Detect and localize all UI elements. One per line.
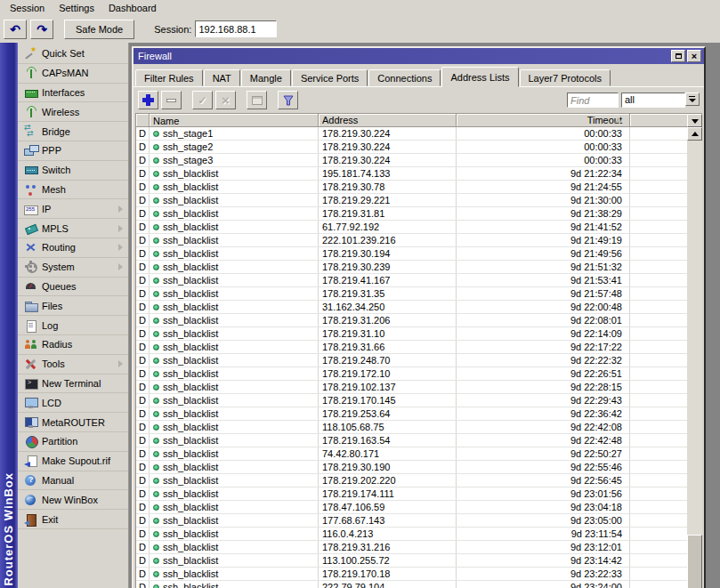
undo-button[interactable]: ↶ — [4, 20, 27, 39]
tab[interactable]: NAT — [204, 69, 240, 86]
table-row[interactable]: D ssh_blacklist 178.219.31.206 9d 22:08:… — [136, 314, 687, 327]
quickset-icon — [24, 47, 37, 60]
table-row[interactable]: D ssh_blacklist 178.219.31.66 9d 22:17:2… — [136, 341, 687, 354]
disable-button[interactable]: × — [215, 91, 236, 109]
table-row[interactable]: D ssh_blacklist 178.219.174.111 9d 23:01… — [136, 487, 687, 501]
redo-button[interactable]: ↷ — [30, 20, 53, 39]
tab[interactable]: Service Ports — [292, 69, 368, 86]
sidebar-item[interactable]: PPP — [18, 141, 128, 161]
table-row[interactable]: D ssh_blacklist 74.42.80.171 9d 22:50:27 — [136, 447, 687, 461]
remove-button[interactable] — [161, 91, 182, 109]
table-row[interactable]: D ssh_blacklist 178.219.30.194 9d 21:49:… — [136, 247, 687, 261]
table-row[interactable]: D ssh_blacklist 178.219.31.10 9d 22:14:0… — [136, 327, 687, 341]
sidebar-item[interactable]: Bridge — [18, 122, 128, 141]
table-row[interactable]: D ssh_blacklist 195.181.74.133 9d 21:22:… — [136, 167, 687, 181]
sidebar-item[interactable]: Wireless — [18, 102, 128, 122]
table-row[interactable]: D ssh_stage2 178.219.30.224 00:00:33 — [136, 141, 687, 154]
table-row[interactable]: D ssh_blacklist 222.79.79.104 9d 23:24:0… — [136, 581, 687, 588]
find-input[interactable] — [567, 93, 619, 108]
sidebar-item[interactable]: System — [18, 258, 128, 278]
sidebar-item[interactable]: Radius — [18, 335, 128, 355]
filter-button[interactable] — [278, 91, 298, 109]
table-row[interactable]: D ssh_blacklist 177.68.67.143 9d 23:05:0… — [136, 514, 687, 528]
sidebar-item[interactable]: Routing — [18, 238, 128, 258]
close-button[interactable]: × — [687, 50, 701, 62]
sidebar-item[interactable]: New Terminal — [18, 375, 128, 394]
safe-mode-button[interactable]: Safe Mode — [64, 20, 134, 39]
sidebar-item[interactable]: CAPsMAN — [18, 64, 128, 84]
window-titlebar[interactable]: Firewall × — [133, 48, 704, 64]
maximize-button[interactable] — [671, 50, 685, 62]
tab[interactable]: Connections — [368, 69, 441, 86]
sidebar-item[interactable]: Quick Set — [18, 44, 128, 64]
column-header-timeout[interactable]: Timeout — [457, 114, 630, 127]
column-header-name[interactable]: Name — [150, 114, 319, 127]
sidebar-item[interactable]: Queues — [18, 278, 128, 297]
table-row[interactable]: D ssh_blacklist 178.219.248.70 9d 22:22:… — [136, 354, 687, 367]
scroll-thumb[interactable] — [687, 535, 702, 588]
sidebar-item[interactable]: Tools — [18, 355, 128, 375]
row-timeout: 9d 23:05:00 — [457, 514, 630, 527]
list-filter-combo[interactable]: all — [621, 93, 700, 108]
table-row[interactable]: D ssh_blacklist 178.219.31.81 9d 21:38:2… — [136, 207, 687, 221]
submenu-arrow-icon — [118, 205, 123, 213]
scroll-up-button[interactable] — [687, 127, 702, 141]
tab[interactable]: Mangle — [241, 69, 291, 86]
plus-icon — [142, 94, 154, 106]
table-row[interactable]: D ssh_blacklist 178.219.31.216 9d 23:12:… — [136, 541, 687, 554]
table-row[interactable]: D ssh_blacklist 178.219.31.35 9d 21:57:4… — [136, 287, 687, 301]
column-select-button[interactable] — [687, 114, 702, 127]
sidebar-item[interactable]: Files — [18, 296, 128, 316]
table-row[interactable]: D ssh_blacklist 118.105.68.75 9d 22:42:0… — [136, 421, 687, 434]
sidebar-item[interactable]: MPLS — [18, 219, 128, 238]
sidebar-item[interactable]: Log — [18, 316, 128, 335]
enable-button[interactable]: ✓ — [192, 91, 213, 109]
table-row[interactable]: D ssh_blacklist 178.219.172.10 9d 22:26:… — [136, 367, 687, 381]
table-row[interactable]: D ssh_blacklist 178.219.102.137 9d 22:28… — [136, 381, 687, 394]
sidebar-item[interactable]: Switch — [18, 161, 128, 181]
sidebar-item[interactable]: Mesh — [18, 181, 128, 200]
sidebar-item[interactable]: IP — [18, 199, 128, 219]
table-row[interactable]: D ssh_blacklist 178.219.30.78 9d 21:24:5… — [136, 181, 687, 194]
row-timeout: 9d 22:22:32 — [457, 354, 630, 366]
table-row[interactable]: D ssh_blacklist 31.162.34.250 9d 22:00:4… — [136, 301, 687, 314]
sidebar-item[interactable]: Partition — [18, 432, 128, 452]
table-row[interactable]: D ssh_blacklist 178.219.170.145 9d 22:29… — [136, 394, 687, 407]
table-row[interactable]: D ssh_stage1 178.219.30.224 00:00:33 — [136, 127, 687, 141]
table-row[interactable]: D ssh_blacklist 178.219.30.239 9d 21:51:… — [136, 261, 687, 274]
sidebar-item[interactable]: New WinBox — [18, 490, 128, 510]
tab[interactable]: Layer7 Protocols — [520, 69, 611, 86]
table-row[interactable]: D ssh_blacklist 178.219.170.18 9d 23:22:… — [136, 568, 687, 581]
tab[interactable]: Address Lists — [441, 67, 518, 87]
comment-button[interactable] — [247, 91, 267, 109]
table-row[interactable]: D ssh_blacklist 222.101.239.216 9d 21:49… — [136, 234, 687, 247]
table-row[interactable]: D ssh_blacklist 178.219.41.167 9d 21:53:… — [136, 274, 687, 287]
table-row[interactable]: D ssh_blacklist 116.0.4.213 9d 23:11:54 — [136, 528, 687, 541]
sidebar-item[interactable]: Make Supout.rif — [18, 452, 128, 471]
combo-dropdown-icon[interactable] — [685, 93, 700, 106]
table-row[interactable]: D ssh_blacklist 178.219.202.220 9d 22:56… — [136, 474, 687, 487]
table-row[interactable]: D ssh_stage3 178.219.30.224 00:00:33 — [136, 154, 687, 167]
session-field[interactable]: 192.168.88.1 — [195, 20, 277, 37]
column-header-flags[interactable] — [136, 114, 150, 127]
sidebar-item[interactable]: MetaROUTER — [18, 413, 128, 432]
table-row[interactable]: D ssh_blacklist 178.219.253.64 9d 22:36:… — [136, 407, 687, 421]
add-button[interactable] — [138, 91, 158, 109]
menu-item[interactable]: Settings — [53, 2, 101, 14]
table-row[interactable]: D ssh_blacklist 178.219.29.221 9d 21:30:… — [136, 194, 687, 207]
sidebar-item[interactable]: Exit — [18, 510, 128, 529]
menu-item[interactable]: Dashboard — [102, 2, 163, 14]
column-header-address[interactable]: Address — [319, 114, 457, 127]
table-row[interactable]: D ssh_blacklist 61.77.92.192 9d 21:41:52 — [136, 221, 687, 234]
tab[interactable]: Filter Rules — [135, 69, 203, 86]
table-row[interactable]: D ssh_blacklist 178.47.106.59 9d 23:04:1… — [136, 501, 687, 514]
table-row[interactable]: D ssh_blacklist 178.219.30.190 9d 22:55:… — [136, 461, 687, 474]
table-row[interactable]: D ssh_blacklist 178.219.163.54 9d 22:42:… — [136, 434, 687, 447]
vertical-scrollbar[interactable] — [687, 127, 702, 588]
table-row[interactable]: D ssh_blacklist 113.100.255.72 9d 23:14:… — [136, 554, 687, 568]
sidebar-item-label: Bridge — [42, 126, 70, 137]
sidebar-item[interactable]: Manual — [18, 471, 128, 491]
menu-item[interactable]: Session — [4, 2, 51, 14]
sidebar-item[interactable]: LCD — [18, 393, 128, 413]
sidebar-item[interactable]: Interfaces — [18, 84, 128, 103]
